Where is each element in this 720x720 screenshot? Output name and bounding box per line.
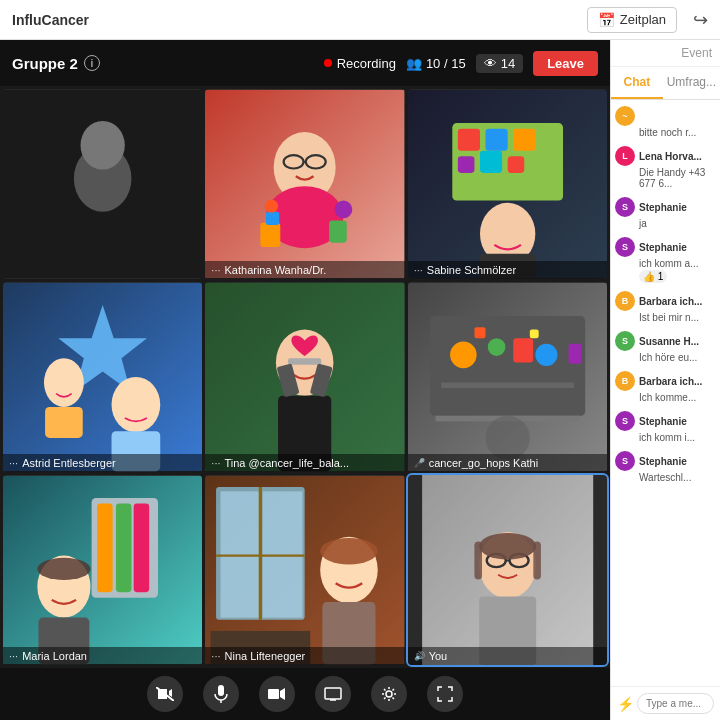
app-logo: InfluCancer [12, 12, 89, 28]
main-area: Gruppe 2 i Recording 👥 10 / 15 👁 14 Leav… [0, 40, 720, 720]
recording-label: Recording [337, 56, 396, 71]
svg-rect-16 [457, 129, 479, 151]
svg-point-41 [487, 338, 505, 356]
fullscreen-button[interactable] [427, 676, 463, 712]
screen-share-button[interactable] [315, 676, 351, 712]
cell-name-2: ···Sabine Schmölzer [408, 261, 607, 279]
svg-rect-80 [268, 689, 279, 699]
cell-name-3: ···Astrid Entlesberger [3, 454, 202, 472]
chat-text: ich komm i... [639, 432, 716, 443]
info-icon[interactable]: i [84, 55, 100, 71]
chat-avatar: S [615, 331, 635, 351]
name-dots: ··· [9, 650, 18, 662]
meeting-header: Gruppe 2 i Recording 👥 10 / 15 👁 14 Leav… [0, 40, 610, 86]
viewers-count: 14 [501, 56, 515, 71]
chat-text: Ist bei mir n... [639, 312, 716, 323]
svg-rect-75 [474, 542, 482, 580]
meeting-title-text: Gruppe 2 [12, 55, 78, 72]
chat-reaction[interactable]: 👍 1 [639, 270, 667, 283]
chat-sender: Stephanie [639, 416, 687, 427]
svg-rect-19 [457, 156, 474, 173]
participant-name: Maria Lordan [22, 650, 87, 662]
svg-point-74 [479, 533, 536, 560]
cell-name-4: ···Tina @cancer_life_bala... [205, 454, 404, 472]
chat-messages: ~bitte noch r...LLena Horva...Die Handy … [611, 100, 720, 686]
svg-rect-9 [261, 223, 281, 247]
chat-input-area: ⚡ [611, 686, 720, 720]
microphone-button[interactable] [203, 676, 239, 712]
svg-point-55 [37, 558, 90, 580]
video-cell-extra [3, 89, 202, 279]
svg-rect-78 [218, 685, 224, 696]
svg-rect-52 [116, 504, 132, 593]
cell-name-8: 🔊You [408, 647, 607, 665]
participants-icon: 👥 [406, 56, 422, 71]
svg-point-43 [535, 344, 557, 366]
svg-rect-76 [533, 542, 541, 580]
meeting-title: Gruppe 2 i [12, 55, 100, 72]
camera-off-button[interactable] [147, 676, 183, 712]
participant-name: Nina Liftenegger [225, 650, 306, 662]
chat-avatar: B [615, 291, 635, 311]
chat-avatar: S [615, 411, 635, 431]
video-cell-7[interactable]: ···Nina Liftenegger [205, 475, 404, 665]
chat-message-1: LLena Horva...Die Handy +43 677 6... [615, 146, 716, 189]
video-cell-5[interactable]: 🎤cancer_go_hops Kathi [408, 282, 607, 472]
chat-message-8: SStephanieWarteschl... [615, 451, 716, 483]
event-label: Event [611, 40, 720, 67]
chat-sender: Stephanie [639, 242, 687, 253]
svg-rect-81 [325, 688, 341, 699]
video-cell-4[interactable]: ···Tina @cancer_life_bala... [205, 282, 404, 472]
leave-button[interactable]: Leave [533, 51, 598, 76]
chat-sender: Lena Horva... [639, 151, 702, 162]
chat-panel: Event ChatUmfrag... ~bitte noch r...LLen… [610, 40, 720, 720]
name-dots: ··· [211, 264, 220, 276]
chat-input[interactable] [637, 693, 714, 714]
chat-message-0: ~bitte noch r... [615, 106, 716, 138]
chat-tab-1[interactable]: Umfrag... [663, 67, 720, 99]
chat-text: Ich komme... [639, 392, 716, 403]
name-dots: ··· [211, 457, 220, 469]
settings-button[interactable] [371, 676, 407, 712]
video-cell-8[interactable]: 🔊You [408, 475, 607, 665]
video-cell-2[interactable]: ···Sabine Schmölzer [408, 89, 607, 279]
chat-message-5: SSusanne H...Ich höre eu... [615, 331, 716, 363]
svg-point-26 [112, 377, 161, 432]
speaker-icon: 🔊 [414, 651, 425, 661]
chat-message-2: SStephanieja [615, 197, 716, 229]
chat-tab-0[interactable]: Chat [611, 67, 663, 99]
chat-text: Warteschl... [639, 472, 716, 483]
svg-point-40 [450, 342, 477, 369]
viewers-icon: 👁 [484, 56, 497, 71]
svg-rect-34 [288, 358, 321, 365]
name-dots: ··· [211, 650, 220, 662]
viewers-badge: 👁 14 [476, 54, 523, 73]
video-button[interactable] [259, 676, 295, 712]
svg-rect-51 [97, 504, 113, 593]
zeitplan-label: Zeitplan [620, 12, 666, 27]
svg-rect-46 [529, 329, 538, 338]
svg-rect-42 [513, 338, 533, 362]
chat-text: bitte noch r... [639, 127, 716, 138]
svg-point-13 [265, 200, 278, 213]
chat-sender: Barbara ich... [639, 296, 702, 307]
chat-avatar: S [615, 237, 635, 257]
exit-icon[interactable]: ↪ [693, 9, 708, 31]
zeitplan-button[interactable]: 📅 Zeitplan [587, 7, 677, 33]
chat-message-7: SStephanieich komm i... [615, 411, 716, 443]
svg-rect-45 [474, 327, 485, 338]
name-dots: ··· [414, 264, 423, 276]
cell-name-7: ···Nina Liftenegger [205, 647, 404, 665]
chat-avatar: S [615, 197, 635, 217]
svg-rect-38 [430, 316, 585, 416]
video-cell-1[interactable]: ···Katharina Wanha/Dr. [205, 89, 404, 279]
recording-badge: Recording [324, 56, 396, 71]
svg-point-82 [386, 691, 392, 697]
participant-name: Astrid Entlesberger [22, 457, 116, 469]
svg-point-12 [335, 201, 353, 219]
chat-message-3: SStephanieich komm a...👍 1 [615, 237, 716, 283]
video-cell-6[interactable]: ···Maria Lordan [3, 475, 202, 665]
controls-bar [0, 668, 610, 720]
video-grid: ···Katharina Wanha/Dr. ···Sabine Schmölz… [0, 86, 610, 668]
video-cell-3[interactable]: ···Astrid Entlesberger [3, 282, 202, 472]
